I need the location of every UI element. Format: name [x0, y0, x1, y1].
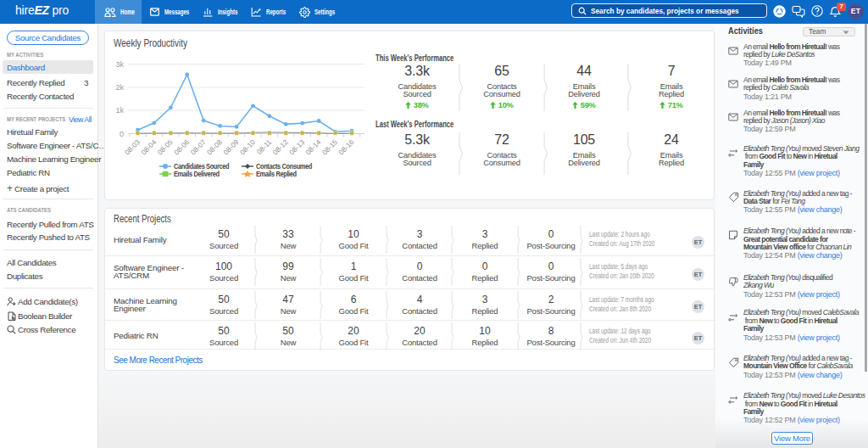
svg-text:08-03: 08-03 — [123, 137, 142, 156]
svg-text:08-16: 08-16 — [337, 137, 355, 156]
svg-text:08-08: 08-08 — [205, 137, 224, 156]
svg-text:08-09: 08-09 — [221, 137, 240, 156]
svg-text:08-13: 08-13 — [287, 137, 306, 156]
svg-text:08-12: 08-12 — [271, 137, 290, 156]
svg-text:3k: 3k — [115, 60, 124, 69]
svg-text:2k: 2k — [115, 83, 124, 92]
svg-text:08-06: 08-06 — [172, 137, 191, 156]
svg-text:08-10: 08-10 — [238, 137, 257, 156]
svg-text:08-11: 08-11 — [255, 137, 274, 156]
svg-text:08-14: 08-14 — [303, 137, 322, 156]
svg-text:08-15: 08-15 — [320, 137, 339, 156]
svg-text:08-04: 08-04 — [139, 137, 158, 156]
svg-text:0: 0 — [120, 130, 124, 138]
svg-text:1k: 1k — [115, 106, 124, 115]
svg-text:08-05: 08-05 — [156, 137, 175, 156]
svg-text:08-07: 08-07 — [189, 137, 208, 156]
